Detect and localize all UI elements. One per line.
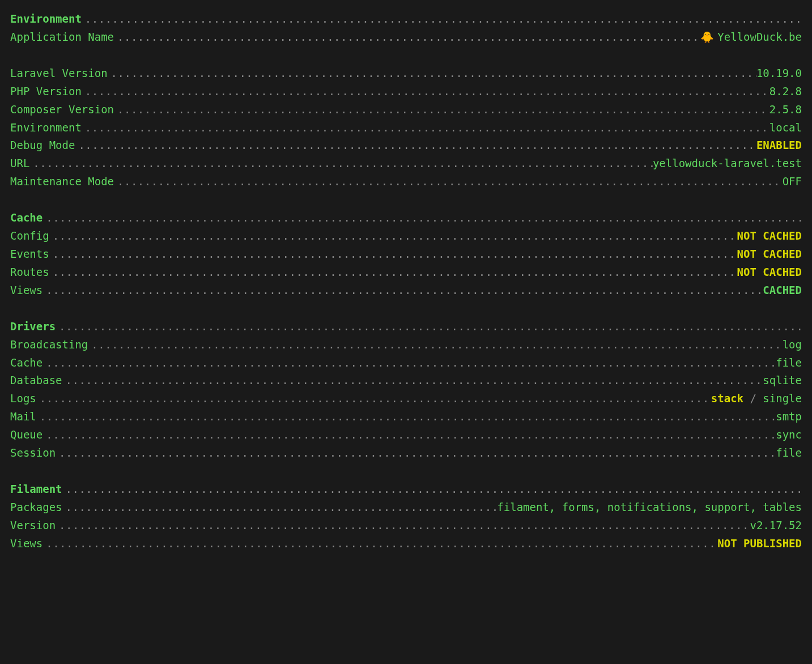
debug-mode-label: Debug Mode [10, 137, 75, 155]
drivers-logs-label: Logs [10, 390, 36, 408]
dots [108, 65, 756, 83]
filament-views-value: NOT PUBLISHED [717, 535, 802, 553]
dots [62, 372, 763, 390]
row-drivers-mail: Mail smtp [10, 408, 802, 426]
dots [82, 119, 770, 137]
drivers-broadcasting-label: Broadcasting [10, 336, 88, 354]
php-version-label: PHP Version [10, 83, 82, 101]
filament-packages-value: filament, forms, notifications, support,… [497, 499, 802, 517]
filament-views-label: Views [10, 535, 42, 553]
url-label: URL [10, 155, 29, 173]
dots [62, 480, 802, 499]
dots [42, 354, 776, 372]
drivers-queue-value: sync [776, 426, 802, 444]
url-value: yellowduck-laravel.test [653, 155, 802, 173]
row-filament-views: Views NOT PUBLISHED [10, 535, 802, 553]
drivers-broadcasting-value: log [783, 336, 802, 354]
row-url: URL yellowduck-laravel.test [10, 155, 802, 173]
dots [88, 336, 782, 354]
row-drivers-session: Session file [10, 444, 802, 462]
dots [42, 209, 802, 227]
section-header-drivers: Drivers [10, 318, 802, 336]
row-drivers-database: Database sqlite [10, 372, 802, 390]
filament-packages-label: Packages [10, 499, 62, 517]
dots [62, 499, 498, 517]
laravel-version-value: 10.19.0 [756, 65, 802, 83]
row-debug-mode: Debug Mode ENABLED [10, 137, 802, 155]
dots [36, 390, 711, 408]
row-cache-routes: Routes NOT CACHED [10, 263, 802, 282]
environment-header-label: Environment [10, 10, 82, 28]
row-cache-events: Events NOT CACHED [10, 245, 802, 263]
section-header-environment: Environment [10, 10, 802, 28]
dots [36, 408, 776, 426]
drivers-database-value: sqlite [763, 372, 802, 390]
dots [49, 227, 737, 245]
dots [114, 101, 770, 119]
row-application-name: Application Name 🐥YellowDuck.be [10, 28, 802, 46]
row-drivers-cache: Cache file [10, 354, 802, 372]
section-header-filament: Filament [10, 480, 802, 499]
cache-routes-value: NOT CACHED [737, 263, 802, 282]
drivers-database-label: Database [10, 372, 62, 390]
cache-views-label: Views [10, 282, 42, 300]
environment-label: Environment [10, 119, 82, 137]
filament-header-label: Filament [10, 480, 62, 499]
dots [75, 137, 756, 155]
cache-header-label: Cache [10, 209, 42, 227]
drivers-session-label: Session [10, 444, 56, 462]
dots [56, 517, 750, 535]
row-environment: Environment local [10, 119, 802, 137]
drivers-mail-value: smtp [776, 408, 802, 426]
dots [82, 10, 802, 28]
dots [42, 282, 763, 300]
dots [56, 444, 776, 462]
cache-config-label: Config [10, 227, 49, 245]
dots [49, 263, 737, 282]
composer-version-value: 2.5.8 [770, 101, 802, 119]
dots [49, 245, 737, 263]
php-version-value: 8.2.8 [770, 83, 802, 101]
drivers-cache-label: Cache [10, 354, 42, 372]
cache-views-value: CACHED [763, 282, 802, 300]
row-drivers-broadcasting: Broadcasting log [10, 336, 802, 354]
environment-value: local [770, 119, 802, 137]
app-name-label: Application Name [10, 28, 114, 46]
duck-icon: 🐥 [700, 31, 714, 43]
cache-config-value: NOT CACHED [737, 227, 802, 245]
dots [114, 173, 783, 191]
drivers-queue-label: Queue [10, 426, 42, 444]
row-drivers-queue: Queue sync [10, 426, 802, 444]
dots [29, 155, 653, 173]
row-cache-config: Config NOT CACHED [10, 227, 802, 245]
composer-version-label: Composer Version [10, 101, 114, 119]
drivers-cache-value: file [776, 354, 802, 372]
dots [56, 318, 802, 336]
maintenance-mode-label: Maintenance Mode [10, 173, 114, 191]
row-laravel-version: Laravel Version 10.19.0 [10, 65, 802, 83]
dots [42, 535, 717, 553]
dots [114, 28, 700, 46]
filament-version-value: v2.17.52 [750, 517, 802, 535]
cache-events-label: Events [10, 245, 49, 263]
row-maintenance-mode: Maintenance Mode OFF [10, 173, 802, 191]
row-drivers-logs: Logs stack / single [10, 390, 802, 408]
section-header-cache: Cache [10, 209, 802, 227]
drivers-header-label: Drivers [10, 318, 56, 336]
dots [82, 83, 770, 101]
cache-routes-label: Routes [10, 263, 49, 282]
drivers-mail-label: Mail [10, 408, 36, 426]
app-name-value: 🐥YellowDuck.be [700, 28, 802, 46]
drivers-logs-value: stack / single [711, 390, 802, 408]
debug-mode-value: ENABLED [756, 137, 802, 155]
row-cache-views: Views CACHED [10, 282, 802, 300]
row-filament-version: Version v2.17.52 [10, 517, 802, 535]
row-composer-version: Composer Version 2.5.8 [10, 101, 802, 119]
dots [42, 426, 776, 444]
maintenance-mode-value: OFF [783, 173, 802, 191]
row-filament-packages: Packages filament, forms, notifications,… [10, 499, 802, 517]
row-php-version: PHP Version 8.2.8 [10, 83, 802, 101]
laravel-version-label: Laravel Version [10, 65, 108, 83]
filament-version-label: Version [10, 517, 56, 535]
cache-events-value: NOT CACHED [737, 245, 802, 263]
